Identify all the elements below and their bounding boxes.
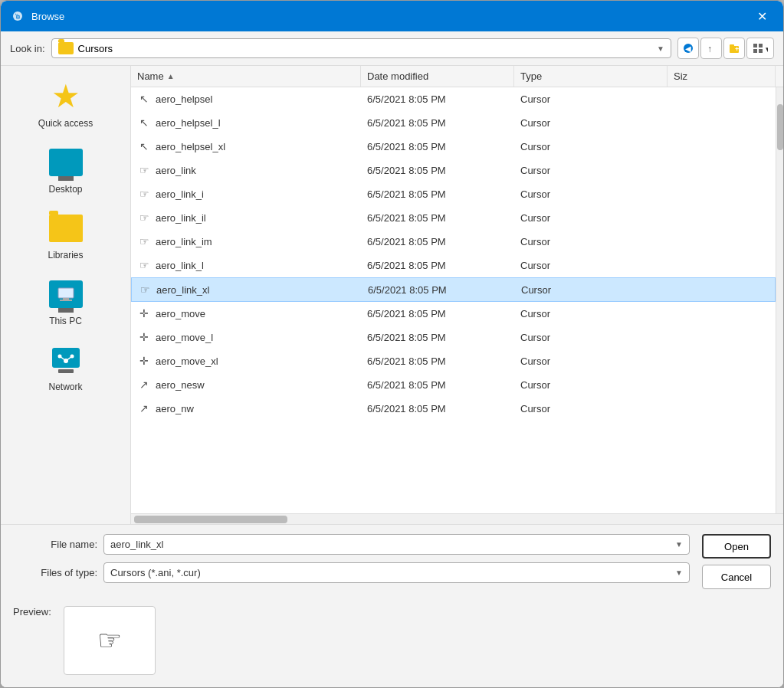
file-type-input[interactable]: Cursors (*.ani, *.cur) ▼ bbox=[103, 562, 690, 583]
table-row[interactable]: ↖ aero_helpsel 6/5/2021 8:05 PM Cursor bbox=[131, 87, 776, 111]
file-type-cell: Cursor bbox=[514, 139, 668, 154]
col-header-size[interactable]: Siz bbox=[668, 66, 776, 87]
file-date-cell: 6/5/2021 8:05 PM bbox=[361, 116, 514, 130]
preview-label: Preview: bbox=[13, 606, 51, 618]
svg-rect-11 bbox=[759, 49, 763, 53]
file-name-cell: ☞ aero_link_xl bbox=[132, 281, 362, 298]
file-name-cell: ↗ aero_nw bbox=[131, 400, 361, 417]
table-row[interactable]: ↗ aero_nw 6/5/2021 8:05 PM Cursor bbox=[131, 397, 776, 421]
network-icon bbox=[48, 342, 84, 378]
file-date-cell: 6/5/2021 8:05 PM bbox=[361, 378, 514, 392]
file-icon: ↗ bbox=[137, 401, 151, 415]
file-type-value: Cursors (*.ani, *.cur) bbox=[110, 567, 672, 578]
file-type-cell: Cursor bbox=[514, 234, 668, 249]
sidebar-item-network[interactable]: Network bbox=[7, 336, 124, 398]
file-type-cell: Cursor bbox=[514, 163, 668, 178]
file-type-cell: Cursor bbox=[514, 401, 668, 416]
up-button[interactable]: ↑ bbox=[700, 38, 722, 59]
col-header-date[interactable]: Date modified bbox=[361, 66, 514, 87]
table-row[interactable]: ☞ aero_link_i 6/5/2021 8:05 PM Cursor bbox=[131, 182, 776, 206]
file-size-cell bbox=[668, 312, 776, 315]
file-date-cell: 6/5/2021 8:05 PM bbox=[361, 139, 514, 154]
close-button[interactable]: ✕ bbox=[750, 4, 774, 28]
computer-icon bbox=[48, 276, 84, 313]
nav-buttons: ◀ ↑ + ▼ bbox=[677, 38, 774, 59]
back-button[interactable]: ◀ bbox=[677, 38, 699, 59]
scrollbar[interactable] bbox=[776, 87, 783, 513]
file-name-cell: ☞ aero_link_il bbox=[131, 209, 361, 226]
table-row[interactable]: ✛ aero_move_l 6/5/2021 8:05 PM Cursor bbox=[131, 326, 776, 349]
file-name-cell: ✛ aero_move_l bbox=[131, 329, 361, 346]
cancel-button[interactable]: Cancel bbox=[702, 565, 771, 589]
svg-text:▼: ▼ bbox=[764, 45, 768, 54]
col-header-type[interactable]: Type bbox=[514, 66, 668, 87]
table-row[interactable]: ↗ aero_nesw 6/5/2021 8:05 PM Cursor bbox=[131, 373, 776, 397]
file-type-cell: Cursor bbox=[514, 116, 668, 130]
file-icon: ☞ bbox=[138, 283, 152, 296]
views-button[interactable]: ▼ bbox=[746, 38, 774, 59]
file-date-cell: 6/5/2021 8:05 PM bbox=[361, 187, 514, 201]
form-rows-container: File name: aero_link_xl ▼ Files of type:… bbox=[13, 534, 771, 591]
file-icon: ☞ bbox=[137, 234, 151, 248]
file-date-cell: 6/5/2021 8:05 PM bbox=[361, 92, 514, 106]
table-row[interactable]: ☞ aero_link_l 6/5/2021 8:05 PM Cursor bbox=[131, 254, 776, 277]
sidebar-item-quick-access[interactable]: ★ Quick access bbox=[7, 72, 124, 135]
table-row[interactable]: ✛ aero_move_xl 6/5/2021 8:05 PM Cursor bbox=[131, 349, 776, 373]
table-row[interactable]: ☞ aero_link 6/5/2021 8:05 PM Cursor bbox=[131, 159, 776, 182]
table-row[interactable]: ☞ aero_link_xl 6/5/2021 8:05 PM Cursor bbox=[131, 277, 776, 302]
scrollbar-thumb[interactable] bbox=[777, 104, 783, 150]
file-name-cell: ✛ aero_move_xl bbox=[131, 352, 361, 369]
table-row[interactable]: ↖ aero_helpsel_l 6/5/2021 8:05 PM Cursor bbox=[131, 111, 776, 135]
open-button[interactable]: Open bbox=[702, 534, 771, 559]
file-icon: ✛ bbox=[137, 354, 151, 368]
file-size-cell bbox=[668, 288, 775, 291]
table-row[interactable]: ☞ aero_link_il 6/5/2021 8:05 PM Cursor bbox=[131, 206, 776, 230]
sidebar-item-label: This PC bbox=[49, 316, 82, 326]
table-row[interactable]: ↖ aero_helpsel_xl 6/5/2021 8:05 PM Curso… bbox=[131, 135, 776, 159]
chevron-down-icon: ▼ bbox=[675, 540, 683, 549]
look-in-combo[interactable]: Cursors ▼ bbox=[51, 38, 671, 58]
svg-rect-14 bbox=[63, 298, 69, 300]
file-name-label: File name: bbox=[13, 539, 97, 550]
file-name-value: aero_link_xl bbox=[110, 539, 672, 550]
file-size-cell bbox=[668, 359, 776, 362]
horizontal-scrollbar[interactable] bbox=[131, 513, 783, 524]
file-icon: ✛ bbox=[137, 306, 151, 320]
svg-rect-10 bbox=[753, 49, 757, 53]
file-date-cell: 6/5/2021 8:05 PM bbox=[361, 306, 514, 321]
new-folder-button[interactable]: + bbox=[723, 38, 745, 59]
sidebar: ★ Quick access Desktop Libraries bbox=[1, 66, 131, 524]
file-list-area: Name ▲ Date modified Type Siz ↖ aero_hel… bbox=[131, 66, 783, 524]
file-type-cell: Cursor bbox=[514, 354, 668, 369]
file-name-cell: ↖ aero_helpsel_l bbox=[131, 114, 361, 131]
file-icon: ↗ bbox=[137, 378, 151, 392]
file-size-cell bbox=[668, 264, 776, 267]
table-row[interactable]: ☞ aero_link_im 6/5/2021 8:05 PM Cursor bbox=[131, 230, 776, 254]
sidebar-item-desktop[interactable]: Desktop bbox=[7, 138, 124, 201]
main-content: ★ Quick access Desktop Libraries bbox=[1, 66, 783, 524]
svg-rect-6 bbox=[730, 44, 734, 48]
col-header-name[interactable]: Name ▲ bbox=[131, 66, 361, 87]
folder-icon bbox=[58, 42, 74, 54]
file-size-cell bbox=[668, 216, 776, 219]
sidebar-item-this-pc[interactable]: This PC bbox=[7, 270, 124, 333]
file-list[interactable]: ↖ aero_helpsel 6/5/2021 8:05 PM Cursor ↖… bbox=[131, 87, 776, 513]
sidebar-item-label: Quick access bbox=[38, 118, 93, 129]
svg-rect-15 bbox=[60, 300, 72, 301]
chevron-down-icon: ▼ bbox=[657, 44, 664, 53]
file-date-cell: 6/5/2021 8:05 PM bbox=[361, 258, 514, 273]
svg-text:◀: ◀ bbox=[685, 44, 691, 53]
file-date-cell: 6/5/2021 8:05 PM bbox=[362, 283, 515, 297]
sidebar-item-libraries[interactable]: Libraries bbox=[7, 204, 124, 267]
h-scrollbar-thumb[interactable] bbox=[134, 516, 287, 523]
file-name-cell: ☞ aero_link bbox=[131, 162, 361, 179]
svg-text:↑: ↑ bbox=[707, 44, 712, 54]
file-name-input[interactable]: aero_link_xl ▼ bbox=[103, 534, 690, 555]
file-icon: ☞ bbox=[137, 163, 151, 177]
sidebar-item-label: Libraries bbox=[48, 250, 83, 260]
file-size-cell bbox=[668, 121, 776, 124]
file-size-cell bbox=[668, 145, 776, 148]
table-row[interactable]: ✛ aero_move 6/5/2021 8:05 PM Cursor bbox=[131, 302, 776, 326]
star-icon: ★ bbox=[48, 78, 84, 115]
file-icon: ↖ bbox=[137, 116, 151, 129]
